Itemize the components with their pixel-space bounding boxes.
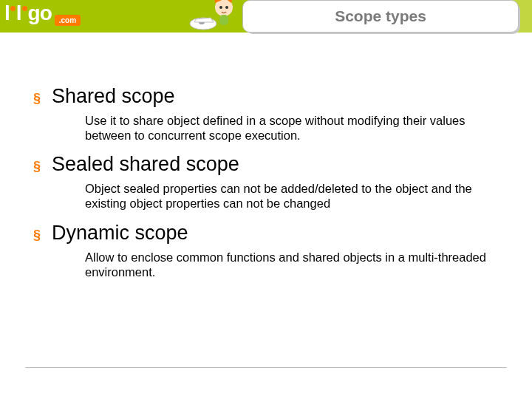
slide-title-container: Scope types xyxy=(242,0,519,33)
bullet-item-3: § Dynamic scope Allow to enclose common … xyxy=(33,222,506,279)
slide: llgo .com Scope types § Shared scope Use… xyxy=(0,0,532,399)
logo: llgo .com xyxy=(4,1,81,25)
bullet-icon: § xyxy=(33,223,41,247)
item-heading: Sealed shared scope xyxy=(52,153,239,176)
content-area: § Shared scope Use it to share object de… xyxy=(33,85,506,290)
bullet-item-1: § Shared scope Use it to share object de… xyxy=(33,85,506,143)
footer-divider xyxy=(25,367,507,368)
logo-dot-icon xyxy=(10,6,16,11)
svg-point-2 xyxy=(215,0,233,16)
item-heading: Shared scope xyxy=(52,85,175,108)
slide-title: Scope types xyxy=(335,7,426,25)
item-description: Object sealed properties can not be adde… xyxy=(85,181,499,211)
svg-point-4 xyxy=(225,6,228,9)
logo-dot-icon xyxy=(22,6,27,11)
logo-text: llgo xyxy=(4,1,52,25)
item-description: Allow to enclose common functions and sh… xyxy=(85,250,499,279)
item-heading: Dynamic scope xyxy=(52,222,188,245)
item-description: Use it to share object defined in a scop… xyxy=(85,113,499,143)
svg-point-3 xyxy=(219,6,222,9)
logo-com-badge: .com xyxy=(55,15,81,26)
svg-rect-5 xyxy=(219,15,228,25)
mascot-icon xyxy=(188,0,240,36)
bullet-icon: § xyxy=(33,154,41,178)
bullet-item-2: § Sealed shared scope Object sealed prop… xyxy=(33,153,506,211)
bullet-icon: § xyxy=(33,86,41,110)
